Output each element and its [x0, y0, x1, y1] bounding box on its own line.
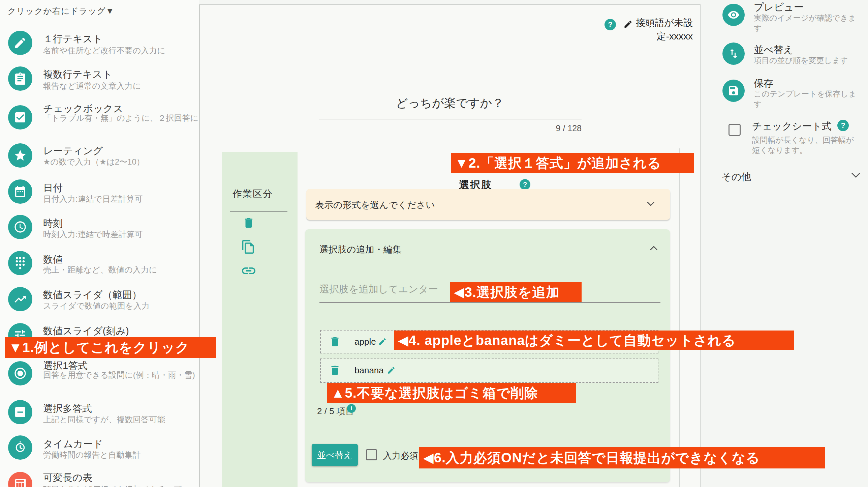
choice-row: banana: [320, 359, 658, 383]
palette-item-desc: 報告など通常の文章入力に: [43, 81, 202, 91]
checksheet-checkbox[interactable]: [728, 124, 741, 136]
category-divider: [230, 211, 287, 212]
link-icon: [241, 263, 257, 279]
save-icon: [722, 80, 745, 102]
info-icon[interactable]: i: [347, 404, 356, 413]
action-title: 並べ替え: [754, 43, 793, 57]
title-char-counter: 9 / 128: [319, 123, 582, 133]
palette-item-title: タイムカード: [43, 437, 103, 451]
annotation-step6: ◀6.入力必須ONだと未回答で日報提出ができなくなる: [419, 447, 825, 468]
action-desc: このテンプレートを保存します: [754, 89, 858, 109]
question-category-column: 作業区分: [222, 152, 298, 487]
required-label: 入力必須: [383, 450, 418, 462]
sort-choices-button[interactable]: 並べ替え: [312, 444, 358, 466]
clipboard-icon: [8, 66, 32, 91]
content-divider-line: [679, 148, 680, 487]
title-underline: [319, 119, 582, 119]
link-question-button[interactable]: [240, 262, 257, 279]
others-section-toggle[interactable]: その他: [721, 170, 751, 184]
edit-choice-icon[interactable]: [378, 337, 387, 346]
palette-item-title: レーティング: [43, 144, 103, 158]
trash-icon: [242, 217, 255, 229]
star-icon: [8, 143, 32, 168]
palette-item-title: 数値スライダ（範囲）: [43, 288, 142, 302]
palette-item-desc: 名前や住所など改行不要の入力に: [43, 45, 202, 56]
help-icon[interactable]: ?: [604, 19, 616, 30]
pencil-icon: [8, 31, 32, 55]
dialpad-icon: [8, 251, 32, 275]
edit-choice-icon[interactable]: [387, 366, 396, 375]
swap-vertical-icon: [722, 42, 745, 65]
chevron-down-icon: [646, 200, 655, 207]
palette-item-title: 時刻: [43, 217, 63, 230]
display-format-placeholder: 表示の形式を選んでください: [315, 199, 435, 211]
palette-item-desc: 「トラブル有・無」のように、２択回答に: [43, 113, 202, 123]
others-label: その他: [721, 171, 751, 182]
prefix-note-line2: 定-xxxxx: [634, 30, 693, 43]
action-title: プレビュー: [754, 1, 804, 14]
edit-prefix-icon[interactable]: [623, 20, 633, 29]
annotation-step2: ▼2.「選択１答式」が追加される: [451, 153, 694, 173]
palette-item-title: 可変長の表: [43, 471, 92, 485]
palette-item-desc: 日付入力:連結で日差計算可: [43, 194, 202, 204]
annotation-step4: ◀4. appleとbananaはダミーとして自動セットされる: [394, 331, 794, 350]
checkbox-icon: [8, 105, 32, 130]
eye-icon: [722, 4, 745, 26]
choices-edit-header: 選択肢の追加・編集: [319, 244, 402, 256]
prefix-note[interactable]: 接頭語が未設 定-xxxxx: [634, 16, 693, 43]
palette-item-desc: 時刻入力:連結で時差計算可: [43, 229, 202, 239]
clock-icon: [8, 215, 32, 239]
choices-help-icon[interactable]: ?: [520, 179, 530, 190]
chevron-up-icon[interactable]: [649, 245, 658, 252]
annotation-step3: ◀3.選択肢を追加: [450, 282, 582, 302]
action-desc: 実際のイメージが確認できます: [754, 13, 858, 33]
prefix-note-line1: 接頭語が未設: [634, 16, 693, 30]
template-editor-screen: クリックか右にドラッグ▼ １行テキスト 名前や住所など改行不要の入力に 複数行テ…: [0, 0, 868, 487]
annotation-step5: ▲5.不要な選択肢はゴミ箱で削除: [327, 383, 576, 403]
delete-choice-icon[interactable]: [329, 336, 341, 348]
copy-question-button[interactable]: [240, 239, 256, 255]
palette-item-desc: 回答を用意できる設問に(例：晴・雨・雪): [43, 370, 202, 380]
annotation-step1: ▼1.例としてこれをクリック: [5, 337, 216, 358]
choice-value: banana: [354, 365, 384, 376]
checksheet-desc: 設問幅が長くなり、回答幅が短くなります。: [752, 135, 857, 155]
display-format-select[interactable]: 表示の形式を選んでください: [306, 189, 670, 220]
palette-item-desc: 上記と同様ですが、複数回答可能: [43, 414, 202, 425]
add-choice-input[interactable]: 選択肢を追加してエンター: [319, 283, 438, 296]
palette-item-title: 日付: [43, 181, 63, 195]
palette-item-title: 複数行テキスト: [43, 68, 113, 81]
required-checkbox[interactable]: [366, 449, 377, 460]
category-label: 作業区分: [232, 188, 273, 200]
action-desc: 項目の並び順を変更します: [754, 55, 858, 65]
palette-header: クリックか右にドラッグ▼: [7, 5, 115, 17]
palette-item-desc: 売上・距離など、数値の入力に: [43, 264, 202, 275]
calendar-icon: [8, 179, 32, 204]
palette-item-title: １行テキスト: [43, 32, 103, 46]
add-choice-underline: [319, 302, 660, 303]
choices-edit-panel: 選択肢の追加・編集 選択肢を追加してエンター apple banana 2 / …: [305, 229, 670, 482]
palette-item-title: 選択多答式: [43, 402, 92, 416]
field-palette-sidebar: クリックか右にドラッグ▼ １行テキスト 名前や住所など改行不要の入力に 複数行テ…: [0, 0, 199, 487]
trending-up-icon: [8, 287, 32, 311]
delete-choice-icon[interactable]: [329, 364, 341, 376]
chevron-down-icon[interactable]: [850, 171, 862, 179]
checksheet-help-icon[interactable]: ?: [837, 120, 849, 131]
palette-item-title: 数値スライダ(刻み): [43, 324, 129, 338]
choice-value: apple: [354, 337, 376, 347]
palette-item-desc: 労働時間の報告と自動集計: [43, 450, 202, 460]
table-icon: [8, 472, 32, 487]
radio-icon: [8, 361, 32, 385]
palette-item-desc: 項目を作れば何行でも追加できる、可: [43, 484, 202, 487]
timer-icon: [8, 435, 32, 460]
checksheet-title: チェックシート式: [752, 120, 832, 133]
palette-item-desc: スライダで数値の範囲を入力: [43, 300, 202, 311]
palette-item-desc: ★の数で入力（★は2〜10）: [43, 156, 202, 167]
delete-question-button[interactable]: [242, 216, 256, 230]
copy-icon: [241, 239, 256, 254]
template-title-input[interactable]: どっちが楽ですか？: [396, 95, 504, 111]
action-title: 保存: [754, 77, 773, 90]
multi-select-icon: [8, 400, 32, 424]
